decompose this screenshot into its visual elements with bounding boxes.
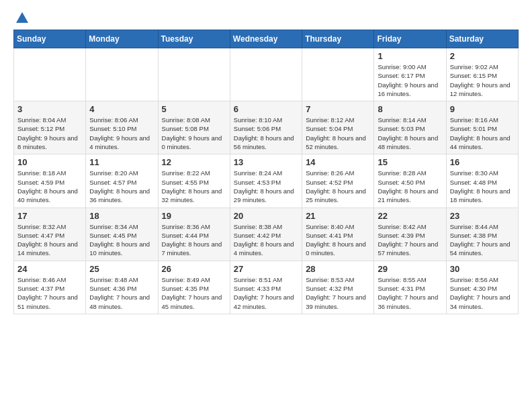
weekday-header: Monday	[86, 30, 158, 48]
day-number: 7	[306, 104, 370, 114]
calendar-header-row: SundayMondayTuesdayWednesdayThursdayFrid…	[14, 30, 519, 48]
day-detail: Sunrise: 8:08 AMSunset: 5:08 PMDaylight:…	[162, 116, 226, 151]
day-detail: Sunrise: 9:00 AMSunset: 6:17 PMDaylight:…	[378, 62, 442, 98]
day-detail: Sunrise: 8:22 AMSunset: 4:55 PMDaylight:…	[162, 169, 226, 204]
weekday-header: Saturday	[446, 30, 518, 48]
calendar-day-cell: 25 Sunrise: 8:48 AMSunset: 4:36 PMDaylig…	[86, 261, 158, 314]
day-number: 22	[378, 211, 442, 221]
calendar-day-cell: 15 Sunrise: 8:28 AMSunset: 4:50 PMDaylig…	[374, 154, 446, 208]
day-number: 27	[234, 264, 298, 274]
calendar-day-cell: 17 Sunrise: 8:32 AMSunset: 4:47 PMDaylig…	[14, 208, 86, 261]
day-number: 15	[378, 157, 442, 167]
calendar-day-cell: 7 Sunrise: 8:12 AMSunset: 5:04 PMDayligh…	[302, 101, 374, 154]
day-detail: Sunrise: 8:53 AMSunset: 4:32 PMDaylight:…	[306, 275, 370, 311]
calendar-day-cell: 3 Sunrise: 8:04 AMSunset: 5:12 PMDayligh…	[14, 101, 86, 154]
day-detail: Sunrise: 8:10 AMSunset: 5:06 PMDaylight:…	[234, 116, 298, 151]
day-detail: Sunrise: 8:48 AMSunset: 4:36 PMDaylight:…	[89, 275, 154, 311]
day-number: 9	[450, 104, 515, 114]
calendar-day-cell	[230, 48, 302, 101]
day-detail: Sunrise: 8:56 AMSunset: 4:30 PMDaylight:…	[450, 275, 515, 311]
calendar-day-cell: 11 Sunrise: 8:20 AMSunset: 4:57 PMDaylig…	[86, 154, 158, 208]
calendar-week-row: 3 Sunrise: 8:04 AMSunset: 5:12 PMDayligh…	[14, 101, 519, 154]
day-number: 3	[17, 104, 82, 114]
calendar-day-cell: 16 Sunrise: 8:30 AMSunset: 4:48 PMDaylig…	[446, 154, 518, 208]
calendar-day-cell	[302, 48, 374, 101]
calendar-day-cell: 23 Sunrise: 8:44 AMSunset: 4:38 PMDaylig…	[446, 208, 518, 261]
day-detail: Sunrise: 8:16 AMSunset: 5:01 PMDaylight:…	[450, 116, 515, 151]
calendar-day-cell: 24 Sunrise: 8:46 AMSunset: 4:37 PMDaylig…	[14, 261, 86, 314]
logo	[13, 11, 30, 23]
calendar-day-cell: 18 Sunrise: 8:34 AMSunset: 4:45 PMDaylig…	[86, 208, 158, 261]
calendar-week-row: 24 Sunrise: 8:46 AMSunset: 4:37 PMDaylig…	[14, 261, 519, 314]
day-number: 19	[162, 211, 226, 221]
calendar-day-cell: 21 Sunrise: 8:40 AMSunset: 4:41 PMDaylig…	[302, 208, 374, 261]
day-number: 30	[450, 264, 515, 274]
day-detail: Sunrise: 8:18 AMSunset: 4:59 PMDaylight:…	[17, 169, 82, 204]
calendar-day-cell: 9 Sunrise: 8:16 AMSunset: 5:01 PMDayligh…	[446, 101, 518, 154]
day-detail: Sunrise: 8:51 AMSunset: 4:33 PMDaylight:…	[234, 275, 298, 311]
day-detail: Sunrise: 8:49 AMSunset: 4:35 PMDaylight:…	[162, 275, 226, 311]
day-detail: Sunrise: 8:06 AMSunset: 5:10 PMDaylight:…	[89, 116, 154, 151]
day-detail: Sunrise: 8:30 AMSunset: 4:48 PMDaylight:…	[450, 169, 515, 204]
day-number: 6	[234, 104, 298, 114]
day-detail: Sunrise: 8:04 AMSunset: 5:12 PMDaylight:…	[17, 116, 82, 151]
weekday-header: Friday	[374, 30, 446, 48]
day-number: 14	[306, 157, 370, 167]
logo-icon	[15, 11, 30, 26]
calendar-day-cell: 1 Sunrise: 9:00 AMSunset: 6:17 PMDayligh…	[374, 48, 446, 101]
day-number: 18	[89, 211, 154, 221]
day-detail: Sunrise: 8:36 AMSunset: 4:44 PMDaylight:…	[162, 222, 226, 258]
day-number: 23	[450, 211, 515, 221]
day-detail: Sunrise: 8:42 AMSunset: 4:39 PMDaylight:…	[378, 222, 442, 258]
calendar-day-cell: 12 Sunrise: 8:22 AMSunset: 4:55 PMDaylig…	[158, 154, 230, 208]
day-number: 2	[450, 51, 515, 61]
weekday-header: Thursday	[302, 30, 374, 48]
calendar-day-cell: 10 Sunrise: 8:18 AMSunset: 4:59 PMDaylig…	[14, 154, 86, 208]
svg-marker-0	[16, 12, 28, 23]
day-detail: Sunrise: 8:24 AMSunset: 4:53 PMDaylight:…	[234, 169, 298, 204]
day-number: 1	[378, 51, 442, 61]
day-detail: Sunrise: 8:26 AMSunset: 4:52 PMDaylight:…	[306, 169, 370, 204]
day-number: 5	[162, 104, 226, 114]
calendar-day-cell: 4 Sunrise: 8:06 AMSunset: 5:10 PMDayligh…	[86, 101, 158, 154]
day-number: 24	[17, 264, 82, 274]
calendar-day-cell	[14, 48, 86, 101]
day-detail: Sunrise: 8:28 AMSunset: 4:50 PMDaylight:…	[378, 169, 442, 204]
day-detail: Sunrise: 8:46 AMSunset: 4:37 PMDaylight:…	[17, 275, 82, 311]
calendar-day-cell	[158, 48, 230, 101]
calendar-day-cell: 27 Sunrise: 8:51 AMSunset: 4:33 PMDaylig…	[230, 261, 302, 314]
calendar-day-cell: 5 Sunrise: 8:08 AMSunset: 5:08 PMDayligh…	[158, 101, 230, 154]
day-detail: Sunrise: 8:32 AMSunset: 4:47 PMDaylight:…	[17, 222, 82, 258]
calendar-day-cell: 2 Sunrise: 9:02 AMSunset: 6:15 PMDayligh…	[446, 48, 518, 101]
page-header	[13, 11, 519, 23]
day-number: 8	[378, 104, 442, 114]
day-number: 4	[89, 104, 154, 114]
calendar-day-cell: 13 Sunrise: 8:24 AMSunset: 4:53 PMDaylig…	[230, 154, 302, 208]
day-number: 26	[162, 264, 226, 274]
day-number: 10	[17, 157, 82, 167]
day-detail: Sunrise: 8:44 AMSunset: 4:38 PMDaylight:…	[450, 222, 515, 258]
day-number: 28	[306, 264, 370, 274]
day-detail: Sunrise: 8:40 AMSunset: 4:41 PMDaylight:…	[306, 222, 370, 258]
day-detail: Sunrise: 8:38 AMSunset: 4:42 PMDaylight:…	[234, 222, 298, 258]
day-number: 11	[89, 157, 154, 167]
day-number: 21	[306, 211, 370, 221]
calendar-day-cell	[86, 48, 158, 101]
day-detail: Sunrise: 9:02 AMSunset: 6:15 PMDaylight:…	[450, 62, 515, 98]
day-detail: Sunrise: 8:12 AMSunset: 5:04 PMDaylight:…	[306, 116, 370, 151]
calendar-day-cell: 28 Sunrise: 8:53 AMSunset: 4:32 PMDaylig…	[302, 261, 374, 314]
calendar-day-cell: 19 Sunrise: 8:36 AMSunset: 4:44 PMDaylig…	[158, 208, 230, 261]
day-detail: Sunrise: 8:14 AMSunset: 5:03 PMDaylight:…	[378, 116, 442, 151]
calendar-day-cell: 29 Sunrise: 8:55 AMSunset: 4:31 PMDaylig…	[374, 261, 446, 314]
calendar-week-row: 17 Sunrise: 8:32 AMSunset: 4:47 PMDaylig…	[14, 208, 519, 261]
weekday-header: Tuesday	[158, 30, 230, 48]
calendar-day-cell: 30 Sunrise: 8:56 AMSunset: 4:30 PMDaylig…	[446, 261, 518, 314]
day-detail: Sunrise: 8:55 AMSunset: 4:31 PMDaylight:…	[378, 275, 442, 311]
calendar-day-cell: 8 Sunrise: 8:14 AMSunset: 5:03 PMDayligh…	[374, 101, 446, 154]
day-number: 12	[162, 157, 226, 167]
day-number: 29	[378, 264, 442, 274]
calendar-day-cell: 20 Sunrise: 8:38 AMSunset: 4:42 PMDaylig…	[230, 208, 302, 261]
day-number: 20	[234, 211, 298, 221]
weekday-header: Wednesday	[230, 30, 302, 48]
day-detail: Sunrise: 8:34 AMSunset: 4:45 PMDaylight:…	[89, 222, 154, 258]
